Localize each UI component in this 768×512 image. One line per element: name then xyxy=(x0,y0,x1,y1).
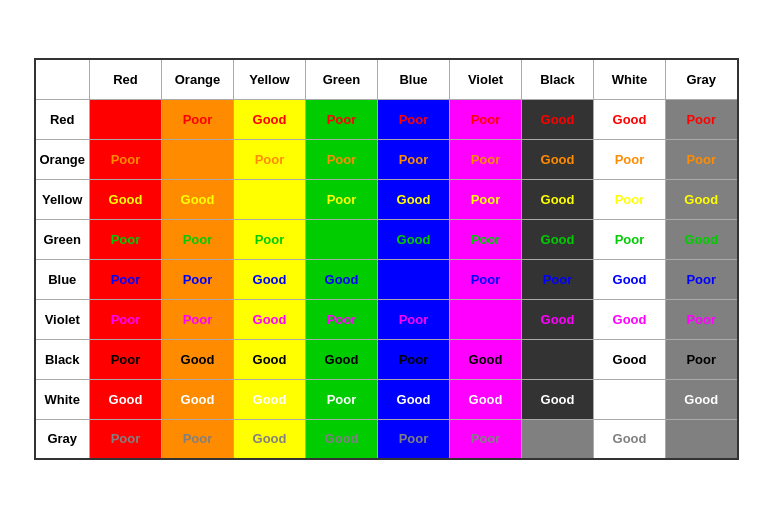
cell-yellow-3: Poor xyxy=(306,179,378,219)
cell-white-1: Good xyxy=(162,379,234,419)
cell-gray-2: Good xyxy=(234,419,306,459)
col-header-blue: Blue xyxy=(378,59,450,99)
cell-red-6: Good xyxy=(522,99,594,139)
cell-orange-5: Poor xyxy=(450,139,522,179)
cell-white-5: Good xyxy=(450,379,522,419)
col-header-gray: Gray xyxy=(666,59,738,99)
cell-orange-6: Good xyxy=(522,139,594,179)
row-label-red: Red xyxy=(35,99,90,139)
cell-violet-5 xyxy=(450,299,522,339)
cell-blue-5: Poor xyxy=(450,259,522,299)
cell-black-0: Poor xyxy=(90,339,162,379)
col-header-black: Black xyxy=(522,59,594,99)
cell-orange-3: Poor xyxy=(306,139,378,179)
cell-gray-8 xyxy=(666,419,738,459)
cell-blue-7: Good xyxy=(594,259,666,299)
cell-white-8: Good xyxy=(666,379,738,419)
cell-white-0: Good xyxy=(90,379,162,419)
cell-black-6 xyxy=(522,339,594,379)
cell-green-1: Poor xyxy=(162,219,234,259)
cell-yellow-4: Good xyxy=(378,179,450,219)
cell-black-1: Good xyxy=(162,339,234,379)
cell-blue-3: Good xyxy=(306,259,378,299)
cell-blue-0: Poor xyxy=(90,259,162,299)
cell-blue-6: Poor xyxy=(522,259,594,299)
cell-red-0 xyxy=(90,99,162,139)
cell-black-8: Poor xyxy=(666,339,738,379)
cell-red-1: Poor xyxy=(162,99,234,139)
cell-green-4: Good xyxy=(378,219,450,259)
row-label-yellow: Yellow xyxy=(35,179,90,219)
cell-yellow-1: Good xyxy=(162,179,234,219)
col-header-yellow: Yellow xyxy=(234,59,306,99)
cell-orange-8: Poor xyxy=(666,139,738,179)
cell-green-3 xyxy=(306,219,378,259)
cell-yellow-8: Good xyxy=(666,179,738,219)
cell-orange-7: Poor xyxy=(594,139,666,179)
cell-gray-5: Poor xyxy=(450,419,522,459)
cell-black-3: Good xyxy=(306,339,378,379)
cell-green-0: Poor xyxy=(90,219,162,259)
table-row: GrayPoorPoorGoodGoodPoorPoorPoorGood xyxy=(35,419,738,459)
cell-orange-2: Poor xyxy=(234,139,306,179)
cell-violet-8: Poor xyxy=(666,299,738,339)
col-header-violet: Violet xyxy=(450,59,522,99)
cell-black-4: Poor xyxy=(378,339,450,379)
cell-violet-2: Good xyxy=(234,299,306,339)
cell-orange-4: Poor xyxy=(378,139,450,179)
cell-yellow-7: Poor xyxy=(594,179,666,219)
row-label-gray: Gray xyxy=(35,419,90,459)
table-row: BluePoorPoorGoodGoodPoorPoorGoodPoor xyxy=(35,259,738,299)
cell-gray-6: Poor xyxy=(522,419,594,459)
cell-red-3: Poor xyxy=(306,99,378,139)
cell-yellow-0: Good xyxy=(90,179,162,219)
cell-red-2: Good xyxy=(234,99,306,139)
row-label-orange: Orange xyxy=(35,139,90,179)
cell-white-7 xyxy=(594,379,666,419)
cell-green-8: Good xyxy=(666,219,738,259)
cell-violet-4: Poor xyxy=(378,299,450,339)
cell-black-5: Good xyxy=(450,339,522,379)
row-label-green: Green xyxy=(35,219,90,259)
cell-violet-0: Poor xyxy=(90,299,162,339)
cell-violet-1: Poor xyxy=(162,299,234,339)
cell-yellow-5: Poor xyxy=(450,179,522,219)
cell-blue-1: Poor xyxy=(162,259,234,299)
cell-gray-4: Poor xyxy=(378,419,450,459)
cell-gray-3: Good xyxy=(306,419,378,459)
cell-red-5: Poor xyxy=(450,99,522,139)
corner-header xyxy=(35,59,90,99)
cell-white-4: Good xyxy=(378,379,450,419)
cell-blue-8: Poor xyxy=(666,259,738,299)
col-header-white: White xyxy=(594,59,666,99)
cell-green-5: Poor xyxy=(450,219,522,259)
cell-black-2: Good xyxy=(234,339,306,379)
cell-yellow-2 xyxy=(234,179,306,219)
cell-yellow-6: Good xyxy=(522,179,594,219)
cell-orange-0: Poor xyxy=(90,139,162,179)
cell-violet-3: Poor xyxy=(306,299,378,339)
cell-red-8: Poor xyxy=(666,99,738,139)
row-label-violet: Violet xyxy=(35,299,90,339)
cell-violet-7: Good xyxy=(594,299,666,339)
cell-orange-1 xyxy=(162,139,234,179)
row-label-white: White xyxy=(35,379,90,419)
cell-white-2: Good xyxy=(234,379,306,419)
table-row: RedPoorGoodPoorPoorPoorGoodGoodPoor xyxy=(35,99,738,139)
table-row: WhiteGoodGoodGoodPoorGoodGoodGoodGood xyxy=(35,379,738,419)
col-header-red: Red xyxy=(90,59,162,99)
cell-green-7: Poor xyxy=(594,219,666,259)
col-header-green: Green xyxy=(306,59,378,99)
cell-red-4: Poor xyxy=(378,99,450,139)
cell-gray-7: Good xyxy=(594,419,666,459)
cell-green-6: Good xyxy=(522,219,594,259)
cell-gray-0: Poor xyxy=(90,419,162,459)
row-label-black: Black xyxy=(35,339,90,379)
table-row: GreenPoorPoorPoorGoodPoorGoodPoorGood xyxy=(35,219,738,259)
cell-violet-6: Good xyxy=(522,299,594,339)
cell-gray-1: Poor xyxy=(162,419,234,459)
cell-white-3: Poor xyxy=(306,379,378,419)
cell-red-7: Good xyxy=(594,99,666,139)
contrast-table: RedOrangeYellowGreenBlueVioletBlackWhite… xyxy=(34,58,739,460)
row-label-blue: Blue xyxy=(35,259,90,299)
